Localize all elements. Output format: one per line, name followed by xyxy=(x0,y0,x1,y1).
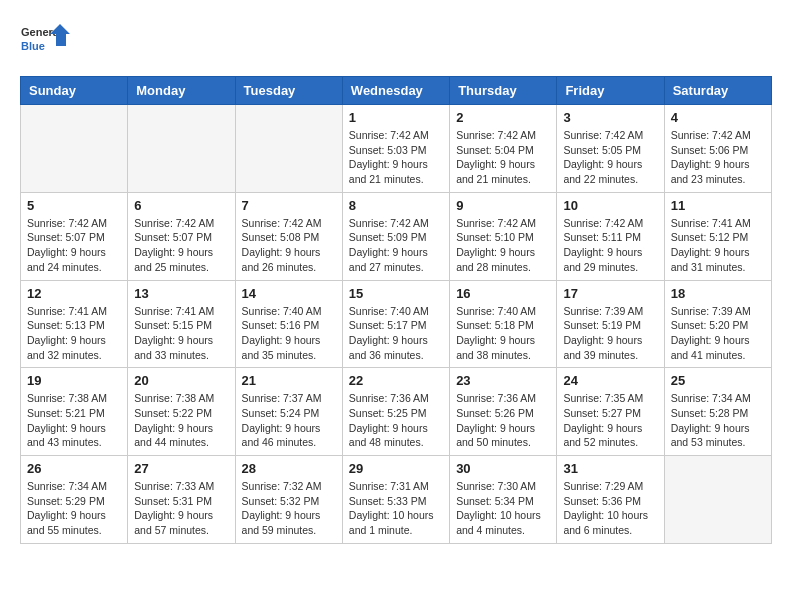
day-detail: Sunrise: 7:33 AM Sunset: 5:31 PM Dayligh… xyxy=(134,479,228,538)
week-row-1: 1Sunrise: 7:42 AM Sunset: 5:03 PM Daylig… xyxy=(21,105,772,193)
week-row-3: 12Sunrise: 7:41 AM Sunset: 5:13 PM Dayli… xyxy=(21,280,772,368)
day-number: 8 xyxy=(349,198,443,213)
day-number: 6 xyxy=(134,198,228,213)
day-number: 19 xyxy=(27,373,121,388)
day-detail: Sunrise: 7:42 AM Sunset: 5:08 PM Dayligh… xyxy=(242,216,336,275)
calendar-cell: 20Sunrise: 7:38 AM Sunset: 5:22 PM Dayli… xyxy=(128,368,235,456)
day-detail: Sunrise: 7:38 AM Sunset: 5:21 PM Dayligh… xyxy=(27,391,121,450)
day-number: 4 xyxy=(671,110,765,125)
day-detail: Sunrise: 7:31 AM Sunset: 5:33 PM Dayligh… xyxy=(349,479,443,538)
day-detail: Sunrise: 7:39 AM Sunset: 5:20 PM Dayligh… xyxy=(671,304,765,363)
day-number: 28 xyxy=(242,461,336,476)
day-number: 16 xyxy=(456,286,550,301)
day-detail: Sunrise: 7:34 AM Sunset: 5:28 PM Dayligh… xyxy=(671,391,765,450)
calendar-cell xyxy=(128,105,235,193)
day-number: 5 xyxy=(27,198,121,213)
calendar-cell: 18Sunrise: 7:39 AM Sunset: 5:20 PM Dayli… xyxy=(664,280,771,368)
weekday-header-saturday: Saturday xyxy=(664,77,771,105)
day-number: 30 xyxy=(456,461,550,476)
day-detail: Sunrise: 7:42 AM Sunset: 5:07 PM Dayligh… xyxy=(134,216,228,275)
day-number: 24 xyxy=(563,373,657,388)
day-detail: Sunrise: 7:42 AM Sunset: 5:04 PM Dayligh… xyxy=(456,128,550,187)
day-number: 1 xyxy=(349,110,443,125)
day-number: 15 xyxy=(349,286,443,301)
day-detail: Sunrise: 7:40 AM Sunset: 5:18 PM Dayligh… xyxy=(456,304,550,363)
day-number: 10 xyxy=(563,198,657,213)
weekday-header-tuesday: Tuesday xyxy=(235,77,342,105)
day-number: 25 xyxy=(671,373,765,388)
day-number: 14 xyxy=(242,286,336,301)
day-number: 9 xyxy=(456,198,550,213)
calendar-cell: 7Sunrise: 7:42 AM Sunset: 5:08 PM Daylig… xyxy=(235,192,342,280)
day-number: 2 xyxy=(456,110,550,125)
week-row-4: 19Sunrise: 7:38 AM Sunset: 5:21 PM Dayli… xyxy=(21,368,772,456)
week-row-5: 26Sunrise: 7:34 AM Sunset: 5:29 PM Dayli… xyxy=(21,456,772,544)
day-detail: Sunrise: 7:40 AM Sunset: 5:16 PM Dayligh… xyxy=(242,304,336,363)
day-number: 17 xyxy=(563,286,657,301)
day-detail: Sunrise: 7:36 AM Sunset: 5:25 PM Dayligh… xyxy=(349,391,443,450)
day-number: 26 xyxy=(27,461,121,476)
day-detail: Sunrise: 7:36 AM Sunset: 5:26 PM Dayligh… xyxy=(456,391,550,450)
calendar-cell: 14Sunrise: 7:40 AM Sunset: 5:16 PM Dayli… xyxy=(235,280,342,368)
calendar-cell: 30Sunrise: 7:30 AM Sunset: 5:34 PM Dayli… xyxy=(450,456,557,544)
day-number: 22 xyxy=(349,373,443,388)
calendar-cell: 31Sunrise: 7:29 AM Sunset: 5:36 PM Dayli… xyxy=(557,456,664,544)
weekday-header-sunday: Sunday xyxy=(21,77,128,105)
calendar-cell: 22Sunrise: 7:36 AM Sunset: 5:25 PM Dayli… xyxy=(342,368,449,456)
calendar-cell: 19Sunrise: 7:38 AM Sunset: 5:21 PM Dayli… xyxy=(21,368,128,456)
day-number: 29 xyxy=(349,461,443,476)
day-number: 20 xyxy=(134,373,228,388)
calendar-cell: 11Sunrise: 7:41 AM Sunset: 5:12 PM Dayli… xyxy=(664,192,771,280)
calendar-cell: 28Sunrise: 7:32 AM Sunset: 5:32 PM Dayli… xyxy=(235,456,342,544)
calendar-cell: 9Sunrise: 7:42 AM Sunset: 5:10 PM Daylig… xyxy=(450,192,557,280)
day-detail: Sunrise: 7:41 AM Sunset: 5:15 PM Dayligh… xyxy=(134,304,228,363)
calendar-cell: 16Sunrise: 7:40 AM Sunset: 5:18 PM Dayli… xyxy=(450,280,557,368)
day-number: 31 xyxy=(563,461,657,476)
svg-text:Blue: Blue xyxy=(21,40,45,52)
calendar-cell xyxy=(235,105,342,193)
day-number: 18 xyxy=(671,286,765,301)
day-number: 12 xyxy=(27,286,121,301)
calendar-cell: 10Sunrise: 7:42 AM Sunset: 5:11 PM Dayli… xyxy=(557,192,664,280)
day-number: 27 xyxy=(134,461,228,476)
logo-svg: General Blue xyxy=(20,20,70,60)
calendar-table: SundayMondayTuesdayWednesdayThursdayFrid… xyxy=(20,76,772,544)
day-detail: Sunrise: 7:37 AM Sunset: 5:24 PM Dayligh… xyxy=(242,391,336,450)
day-detail: Sunrise: 7:39 AM Sunset: 5:19 PM Dayligh… xyxy=(563,304,657,363)
calendar-cell: 8Sunrise: 7:42 AM Sunset: 5:09 PM Daylig… xyxy=(342,192,449,280)
day-detail: Sunrise: 7:41 AM Sunset: 5:13 PM Dayligh… xyxy=(27,304,121,363)
week-row-2: 5Sunrise: 7:42 AM Sunset: 5:07 PM Daylig… xyxy=(21,192,772,280)
day-detail: Sunrise: 7:42 AM Sunset: 5:05 PM Dayligh… xyxy=(563,128,657,187)
day-detail: Sunrise: 7:40 AM Sunset: 5:17 PM Dayligh… xyxy=(349,304,443,363)
day-detail: Sunrise: 7:42 AM Sunset: 5:07 PM Dayligh… xyxy=(27,216,121,275)
calendar-cell: 24Sunrise: 7:35 AM Sunset: 5:27 PM Dayli… xyxy=(557,368,664,456)
logo: General Blue xyxy=(20,20,70,60)
calendar-cell xyxy=(664,456,771,544)
day-detail: Sunrise: 7:42 AM Sunset: 5:06 PM Dayligh… xyxy=(671,128,765,187)
day-detail: Sunrise: 7:32 AM Sunset: 5:32 PM Dayligh… xyxy=(242,479,336,538)
day-number: 11 xyxy=(671,198,765,213)
calendar-cell: 15Sunrise: 7:40 AM Sunset: 5:17 PM Dayli… xyxy=(342,280,449,368)
day-detail: Sunrise: 7:34 AM Sunset: 5:29 PM Dayligh… xyxy=(27,479,121,538)
weekday-header-monday: Monday xyxy=(128,77,235,105)
day-number: 21 xyxy=(242,373,336,388)
calendar-cell: 6Sunrise: 7:42 AM Sunset: 5:07 PM Daylig… xyxy=(128,192,235,280)
day-detail: Sunrise: 7:42 AM Sunset: 5:03 PM Dayligh… xyxy=(349,128,443,187)
weekday-header-wednesday: Wednesday xyxy=(342,77,449,105)
day-detail: Sunrise: 7:42 AM Sunset: 5:09 PM Dayligh… xyxy=(349,216,443,275)
day-number: 7 xyxy=(242,198,336,213)
calendar-cell: 21Sunrise: 7:37 AM Sunset: 5:24 PM Dayli… xyxy=(235,368,342,456)
calendar-cell: 3Sunrise: 7:42 AM Sunset: 5:05 PM Daylig… xyxy=(557,105,664,193)
calendar-cell: 27Sunrise: 7:33 AM Sunset: 5:31 PM Dayli… xyxy=(128,456,235,544)
calendar-cell: 26Sunrise: 7:34 AM Sunset: 5:29 PM Dayli… xyxy=(21,456,128,544)
weekday-header-thursday: Thursday xyxy=(450,77,557,105)
weekday-header-row: SundayMondayTuesdayWednesdayThursdayFrid… xyxy=(21,77,772,105)
weekday-header-friday: Friday xyxy=(557,77,664,105)
calendar-cell: 23Sunrise: 7:36 AM Sunset: 5:26 PM Dayli… xyxy=(450,368,557,456)
calendar-cell: 5Sunrise: 7:42 AM Sunset: 5:07 PM Daylig… xyxy=(21,192,128,280)
day-detail: Sunrise: 7:30 AM Sunset: 5:34 PM Dayligh… xyxy=(456,479,550,538)
day-detail: Sunrise: 7:29 AM Sunset: 5:36 PM Dayligh… xyxy=(563,479,657,538)
day-detail: Sunrise: 7:42 AM Sunset: 5:10 PM Dayligh… xyxy=(456,216,550,275)
day-detail: Sunrise: 7:38 AM Sunset: 5:22 PM Dayligh… xyxy=(134,391,228,450)
day-number: 23 xyxy=(456,373,550,388)
